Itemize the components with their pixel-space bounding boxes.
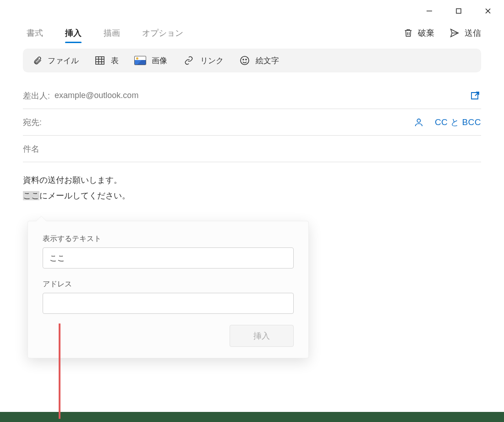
popout-icon[interactable]: [469, 90, 481, 101]
from-row: 差出人: example@outlook.com: [23, 82, 481, 109]
close-button[interactable]: [477, 2, 499, 20]
svg-point-5: [241, 56, 249, 65]
cc-bcc-link[interactable]: CC と BCC: [435, 116, 481, 128]
body-line-2-rest: にメールしてください。: [39, 191, 130, 200]
body-line-1: 資料の送付お願いします。: [23, 172, 481, 188]
insert-ribbon: ファイル 表 画像 リンク: [23, 49, 481, 72]
send-button[interactable]: 送信: [449, 27, 481, 38]
svg-point-8: [417, 119, 420, 122]
body-line-2: ここにメールしてください。: [23, 188, 481, 203]
titlebar: [0, 0, 504, 22]
address-input[interactable]: [43, 293, 294, 314]
discard-button[interactable]: 破棄: [403, 27, 434, 38]
tab-insert[interactable]: 挿入: [61, 24, 85, 42]
to-row[interactable]: 宛先: CC と BCC: [23, 109, 481, 136]
ribbon-emoji[interactable]: 絵文字: [239, 55, 279, 66]
annotation-pointer: [59, 323, 60, 419]
ribbon-file[interactable]: ファイル: [33, 55, 79, 66]
send-icon: [449, 28, 460, 38]
contacts-icon[interactable]: [414, 117, 424, 127]
ribbon-emoji-label: 絵文字: [256, 55, 279, 66]
from-label: 差出人:: [23, 90, 50, 101]
ribbon-table-label: 表: [111, 55, 119, 66]
emoji-icon: [239, 55, 250, 66]
tab-bar: 書式 挿入 描画 オプション 破棄 送信: [0, 22, 504, 44]
discard-label: 破棄: [418, 27, 434, 38]
insert-link-popup: 表示するテキスト アドレス 挿入: [27, 221, 309, 358]
to-label: 宛先:: [23, 117, 42, 128]
svg-rect-1: [456, 9, 461, 13]
ribbon-file-label: ファイル: [48, 55, 79, 66]
minimize-button[interactable]: [419, 2, 440, 20]
compose-window: 書式 挿入 描画 オプション 破棄 送信: [0, 0, 504, 412]
trash-icon: [403, 28, 413, 38]
ribbon-image[interactable]: 画像: [134, 55, 167, 66]
message-body[interactable]: 資料の送付お願いします。 ここにメールしてください。: [0, 162, 504, 203]
highlighted-text: ここ: [23, 191, 39, 200]
address-label: アドレス: [43, 280, 294, 289]
display-text-input[interactable]: [43, 247, 294, 269]
ribbon-table[interactable]: 表: [94, 55, 119, 66]
ribbon-image-label: 画像: [152, 55, 167, 66]
display-text-label: 表示するテキスト: [43, 234, 294, 244]
header-fields: 差出人: example@outlook.com 宛先: CC と BCC 件名: [0, 72, 504, 162]
ribbon-link-label: リンク: [200, 55, 224, 66]
tab-options[interactable]: オプション: [138, 24, 187, 42]
tab-format[interactable]: 書式: [23, 24, 47, 42]
svg-point-6: [243, 59, 244, 60]
insert-link-button[interactable]: 挿入: [230, 325, 294, 347]
image-icon: [134, 56, 146, 65]
link-icon: [183, 56, 195, 65]
subject-placeholder: 件名: [23, 143, 39, 154]
from-value[interactable]: example@outlook.com: [55, 91, 138, 100]
tab-draw[interactable]: 描画: [100, 24, 124, 42]
paperclip-icon: [33, 55, 42, 66]
subject-row[interactable]: 件名: [23, 136, 481, 162]
svg-rect-4: [96, 57, 104, 65]
svg-point-7: [246, 59, 247, 60]
table-icon: [94, 55, 105, 66]
ribbon-link[interactable]: リンク: [183, 55, 224, 66]
send-label: 送信: [465, 27, 481, 38]
maximize-button[interactable]: [448, 2, 469, 20]
